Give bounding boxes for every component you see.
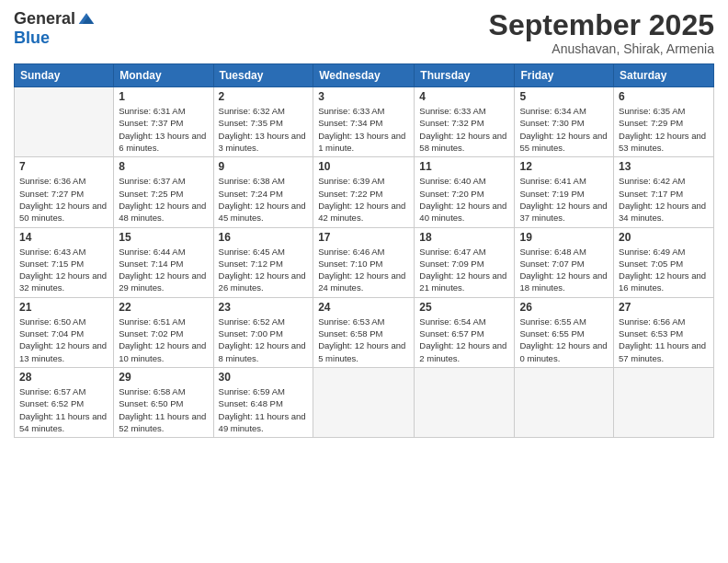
calendar-cell-w5-d2: 29Sunrise: 6:58 AM Sunset: 6:50 PM Dayli… [114, 367, 213, 437]
day-info: Sunrise: 6:55 AM Sunset: 6:55 PM Dayligh… [519, 316, 609, 364]
calendar-cell-w3-d6: 19Sunrise: 6:48 AM Sunset: 7:07 PM Dayli… [515, 227, 614, 297]
calendar-cell-w4-d3: 23Sunrise: 6:52 AM Sunset: 7:00 PM Dayli… [213, 297, 313, 367]
day-number: 26 [519, 301, 609, 314]
calendar-cell-w3-d7: 20Sunrise: 6:49 AM Sunset: 7:05 PM Dayli… [614, 227, 714, 297]
day-number: 27 [619, 301, 709, 314]
weekday-header-row: Sunday Monday Tuesday Wednesday Thursday… [15, 64, 714, 87]
calendar-cell-w4-d4: 24Sunrise: 6:53 AM Sunset: 6:58 PM Dayli… [313, 297, 415, 367]
day-info: Sunrise: 6:33 AM Sunset: 7:32 PM Dayligh… [419, 105, 509, 154]
day-info: Sunrise: 6:47 AM Sunset: 7:09 PM Dayligh… [419, 246, 509, 294]
day-info: Sunrise: 6:35 AM Sunset: 7:29 PM Dayligh… [619, 105, 709, 154]
calendar-cell-w2-d6: 12Sunrise: 6:41 AM Sunset: 7:19 PM Dayli… [515, 157, 614, 227]
calendar-cell-w4-d2: 22Sunrise: 6:51 AM Sunset: 7:02 PM Dayli… [114, 297, 213, 367]
day-number: 29 [119, 371, 208, 384]
day-number: 25 [419, 301, 509, 314]
day-info: Sunrise: 6:45 AM Sunset: 7:12 PM Dayligh… [219, 246, 309, 294]
day-info: Sunrise: 6:50 AM Sunset: 7:04 PM Dayligh… [19, 316, 108, 364]
logo: General Blue [14, 9, 96, 48]
day-info: Sunrise: 6:48 AM Sunset: 7:07 PM Dayligh… [519, 246, 609, 294]
calendar-cell-w5-d6 [515, 367, 614, 437]
day-number: 16 [219, 231, 309, 244]
calendar-cell-w4-d1: 21Sunrise: 6:50 AM Sunset: 7:04 PM Dayli… [15, 297, 114, 367]
location-subtitle: Anushavan, Shirak, Armenia [489, 41, 714, 56]
calendar-cell-w5-d1: 28Sunrise: 6:57 AM Sunset: 6:52 PM Dayli… [15, 367, 114, 437]
day-number: 2 [219, 90, 309, 103]
day-number: 20 [619, 231, 709, 244]
logo-general-text: General [14, 9, 75, 29]
calendar-cell-w5-d7 [614, 367, 714, 437]
header-wednesday: Wednesday [313, 64, 415, 87]
day-number: 24 [318, 301, 409, 314]
day-number: 18 [419, 231, 509, 244]
header-friday: Friday [515, 64, 614, 87]
header-sunday: Sunday [15, 64, 114, 87]
calendar-cell-w1-d5: 4Sunrise: 6:33 AM Sunset: 7:32 PM Daylig… [415, 87, 515, 157]
day-number: 6 [619, 90, 709, 103]
day-info: Sunrise: 6:58 AM Sunset: 6:50 PM Dayligh… [119, 385, 208, 434]
calendar-cell-w2-d5: 11Sunrise: 6:40 AM Sunset: 7:20 PM Dayli… [415, 157, 515, 227]
week-row-5: 28Sunrise: 6:57 AM Sunset: 6:52 PM Dayli… [15, 367, 714, 437]
logo-icon [77, 10, 96, 29]
day-number: 14 [19, 231, 108, 244]
week-row-1: 1Sunrise: 6:31 AM Sunset: 7:37 PM Daylig… [15, 87, 714, 157]
calendar-cell-w1-d4: 3Sunrise: 6:33 AM Sunset: 7:34 PM Daylig… [313, 87, 415, 157]
day-number: 21 [19, 301, 108, 314]
calendar-cell-w3-d1: 14Sunrise: 6:43 AM Sunset: 7:15 PM Dayli… [15, 227, 114, 297]
day-info: Sunrise: 6:39 AM Sunset: 7:22 PM Dayligh… [318, 175, 409, 224]
calendar-cell-w2-d4: 10Sunrise: 6:39 AM Sunset: 7:22 PM Dayli… [313, 157, 415, 227]
day-number: 11 [419, 160, 509, 173]
day-number: 8 [119, 160, 208, 173]
day-info: Sunrise: 6:34 AM Sunset: 7:30 PM Dayligh… [519, 105, 609, 154]
header-thursday: Thursday [415, 64, 515, 87]
calendar-cell-w2-d1: 7Sunrise: 6:36 AM Sunset: 7:27 PM Daylig… [15, 157, 114, 227]
calendar-cell-w2-d3: 9Sunrise: 6:38 AM Sunset: 7:24 PM Daylig… [213, 157, 313, 227]
calendar-cell-w5-d3: 30Sunrise: 6:59 AM Sunset: 6:48 PM Dayli… [213, 367, 313, 437]
calendar-cell-w4-d5: 25Sunrise: 6:54 AM Sunset: 6:57 PM Dayli… [415, 297, 515, 367]
calendar-cell-w1-d6: 5Sunrise: 6:34 AM Sunset: 7:30 PM Daylig… [515, 87, 614, 157]
day-info: Sunrise: 6:49 AM Sunset: 7:05 PM Dayligh… [619, 246, 709, 294]
day-number: 30 [219, 371, 309, 384]
day-number: 23 [219, 301, 309, 314]
day-info: Sunrise: 6:37 AM Sunset: 7:25 PM Dayligh… [119, 175, 208, 224]
day-number: 15 [119, 231, 208, 244]
calendar-cell-w4-d7: 27Sunrise: 6:56 AM Sunset: 6:53 PM Dayli… [614, 297, 714, 367]
calendar-cell-w5-d5 [415, 367, 515, 437]
calendar-cell-w5-d4 [313, 367, 415, 437]
day-number: 12 [519, 160, 609, 173]
title-block: September 2025 Anushavan, Shirak, Armeni… [489, 9, 714, 56]
calendar-cell-w3-d2: 15Sunrise: 6:44 AM Sunset: 7:14 PM Dayli… [114, 227, 213, 297]
header: General Blue September 2025 Anushavan, S… [14, 9, 714, 56]
calendar-cell-w1-d3: 2Sunrise: 6:32 AM Sunset: 7:35 PM Daylig… [213, 87, 313, 157]
day-info: Sunrise: 6:42 AM Sunset: 7:17 PM Dayligh… [619, 175, 709, 224]
day-info: Sunrise: 6:33 AM Sunset: 7:34 PM Dayligh… [318, 105, 409, 154]
day-info: Sunrise: 6:43 AM Sunset: 7:15 PM Dayligh… [19, 246, 108, 294]
day-info: Sunrise: 6:54 AM Sunset: 6:57 PM Dayligh… [419, 316, 509, 364]
day-number: 9 [219, 160, 309, 173]
calendar-cell-w2-d2: 8Sunrise: 6:37 AM Sunset: 7:25 PM Daylig… [114, 157, 213, 227]
day-number: 7 [19, 160, 108, 173]
calendar-cell-w1-d2: 1Sunrise: 6:31 AM Sunset: 7:37 PM Daylig… [114, 87, 213, 157]
calendar-cell-w3-d5: 18Sunrise: 6:47 AM Sunset: 7:09 PM Dayli… [415, 227, 515, 297]
calendar-cell-w3-d3: 16Sunrise: 6:45 AM Sunset: 7:12 PM Dayli… [213, 227, 313, 297]
month-title: September 2025 [489, 9, 714, 41]
day-info: Sunrise: 6:59 AM Sunset: 6:48 PM Dayligh… [219, 385, 309, 434]
day-number: 19 [519, 231, 609, 244]
page: General Blue September 2025 Anushavan, S… [0, 0, 728, 563]
day-info: Sunrise: 6:41 AM Sunset: 7:19 PM Dayligh… [519, 175, 609, 224]
day-info: Sunrise: 6:53 AM Sunset: 6:58 PM Dayligh… [318, 316, 409, 364]
day-number: 17 [318, 231, 409, 244]
day-info: Sunrise: 6:31 AM Sunset: 7:37 PM Dayligh… [119, 105, 208, 154]
day-info: Sunrise: 6:51 AM Sunset: 7:02 PM Dayligh… [119, 316, 208, 364]
day-info: Sunrise: 6:44 AM Sunset: 7:14 PM Dayligh… [119, 246, 208, 294]
day-number: 22 [119, 301, 208, 314]
day-info: Sunrise: 6:56 AM Sunset: 6:53 PM Dayligh… [619, 316, 709, 364]
day-number: 1 [119, 90, 208, 103]
calendar-cell-w1-d1 [15, 87, 114, 157]
day-info: Sunrise: 6:32 AM Sunset: 7:35 PM Dayligh… [219, 105, 309, 154]
logo-blue-text: Blue [14, 29, 50, 48]
day-info: Sunrise: 6:57 AM Sunset: 6:52 PM Dayligh… [19, 385, 108, 434]
week-row-2: 7Sunrise: 6:36 AM Sunset: 7:27 PM Daylig… [15, 157, 714, 227]
week-row-3: 14Sunrise: 6:43 AM Sunset: 7:15 PM Dayli… [15, 227, 714, 297]
day-number: 4 [419, 90, 509, 103]
calendar-cell-w4-d6: 26Sunrise: 6:55 AM Sunset: 6:55 PM Dayli… [515, 297, 614, 367]
